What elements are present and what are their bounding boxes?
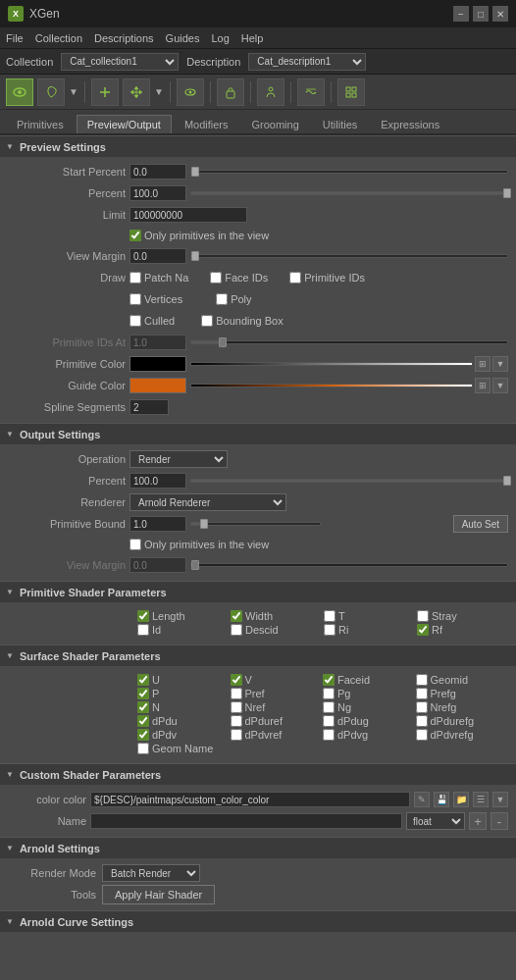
color-dropdown-icon[interactable]: ▼: [492, 792, 508, 807]
tab-modifiers[interactable]: Modifiers: [174, 115, 239, 133]
surf-u-cb[interactable]: [137, 674, 149, 686]
limit-input[interactable]: [129, 207, 247, 223]
surf-v-cb[interactable]: [231, 674, 242, 686]
eye-tool-btn[interactable]: [6, 78, 33, 106]
close-button[interactable]: ✕: [492, 6, 508, 22]
draw-faceids-checkbox[interactable]: [210, 272, 222, 284]
eye2-btn[interactable]: [177, 78, 204, 106]
auto-set-button[interactable]: Auto Set: [453, 515, 508, 533]
surf-nref-cb[interactable]: [231, 701, 242, 713]
view-margin-input[interactable]: [129, 248, 186, 264]
guide-color-swatch[interactable]: [129, 378, 186, 393]
arnold-curve-header[interactable]: ▼ Arnold Curve Settings: [0, 910, 516, 932]
surf-ng-cb[interactable]: [323, 701, 335, 713]
add-btn[interactable]: [91, 78, 119, 106]
surf-dpdv-cb[interactable]: [137, 729, 149, 741]
custom-type-select[interactable]: float: [406, 812, 465, 830]
primitive-bound-input[interactable]: [129, 516, 186, 532]
surface-shader-header[interactable]: ▼ Surface Shader Parameters: [0, 645, 516, 666]
color-list-icon[interactable]: ☰: [473, 792, 489, 807]
guide-color-slider[interactable]: [190, 384, 473, 387]
leaf-tool-btn[interactable]: [37, 78, 65, 106]
guide-color-menu-icon[interactable]: ▼: [492, 378, 508, 393]
surf-dpdu-cb[interactable]: [137, 715, 149, 727]
surf-pg-cb[interactable]: [323, 688, 335, 699]
tab-expressions[interactable]: Expressions: [370, 115, 450, 133]
menu-file[interactable]: File: [6, 32, 24, 44]
percent-slider[interactable]: [190, 191, 508, 195]
start-percent-input[interactable]: [129, 164, 186, 180]
menu-log[interactable]: Log: [211, 32, 229, 44]
draw-patchna-checkbox[interactable]: [129, 272, 141, 284]
draw-vertices-checkbox[interactable]: [129, 293, 141, 305]
menu-collection[interactable]: Collection: [35, 32, 82, 44]
person-btn[interactable]: [257, 78, 284, 106]
menu-help[interactable]: Help: [241, 32, 264, 44]
apply-hair-shader-button[interactable]: Apply Hair Shader: [102, 885, 215, 904]
guide-color-expand-icon[interactable]: ⊞: [475, 378, 490, 393]
operation-select[interactable]: Render: [129, 450, 228, 468]
prim-descid-checkbox[interactable]: [231, 624, 242, 636]
minimize-button[interactable]: −: [453, 6, 469, 22]
surf-dpduref-cb[interactable]: [231, 715, 242, 727]
start-percent-slider[interactable]: [190, 170, 508, 174]
prim-ri-checkbox[interactable]: [324, 624, 335, 636]
arnold-settings-header[interactable]: ▼ Arnold Settings: [0, 837, 516, 858]
surf-pref-cb[interactable]: [231, 688, 242, 699]
waves-btn[interactable]: [297, 78, 325, 106]
tab-utilities[interactable]: Utilities: [312, 115, 368, 133]
tab-grooming[interactable]: Grooming: [241, 115, 310, 133]
output-percent-input[interactable]: [129, 473, 186, 489]
renderer-select[interactable]: Arnold Renderer: [129, 493, 286, 511]
custom-shader-header[interactable]: ▼ Custom Shader Parameters: [0, 763, 516, 785]
output-only-primitives-checkbox[interactable]: [129, 539, 141, 550]
primitive-shader-header[interactable]: ▼ Primitive Shader Parameters: [0, 581, 516, 602]
output-view-margin-input[interactable]: [129, 557, 186, 573]
primitive-color-swatch[interactable]: [129, 356, 186, 372]
output-settings-header[interactable]: ▼ Output Settings: [0, 423, 516, 444]
draw-primitiveids-checkbox[interactable]: [289, 272, 301, 284]
primitive-ids-at-slider[interactable]: [190, 340, 508, 344]
move-btn[interactable]: [123, 78, 150, 106]
prim-width-checkbox[interactable]: [231, 610, 242, 622]
prim-rf-checkbox[interactable]: [417, 624, 429, 636]
draw-poly-checkbox[interactable]: [216, 293, 228, 305]
maximize-button[interactable]: □: [473, 6, 489, 22]
surf-p-cb[interactable]: [137, 688, 149, 699]
primitive-color-expand-icon[interactable]: ⊞: [475, 356, 490, 372]
draw-boundingbox-checkbox[interactable]: [201, 315, 213, 327]
output-percent-slider[interactable]: [190, 479, 508, 483]
lock-btn[interactable]: [217, 78, 244, 106]
surf-geomid-cb[interactable]: [416, 674, 428, 686]
move-dropdown-icon[interactable]: ▼: [154, 86, 164, 97]
prim-t-checkbox[interactable]: [324, 610, 335, 622]
color-color-input[interactable]: [90, 792, 410, 807]
custom-minus-button[interactable]: -: [490, 812, 508, 830]
grid-btn[interactable]: [337, 78, 365, 106]
prim-stray-checkbox[interactable]: [417, 610, 429, 622]
spline-segments-input[interactable]: [129, 399, 169, 415]
primitive-bound-slider[interactable]: [190, 522, 321, 526]
surf-geomname-cb[interactable]: [137, 743, 149, 754]
preview-settings-header[interactable]: ▼ Preview Settings: [0, 135, 516, 157]
collection-select[interactable]: Cat_collection1: [61, 53, 179, 71]
surf-dpdug-cb[interactable]: [323, 715, 335, 727]
draw-culled-checkbox[interactable]: [129, 315, 141, 327]
tab-preview-output[interactable]: Preview/Output: [77, 115, 172, 133]
description-select[interactable]: Cat_description1: [248, 53, 366, 71]
primitive-color-slider[interactable]: [190, 362, 473, 366]
only-primitives-checkbox[interactable]: [129, 230, 141, 241]
surf-dpdvref-cb[interactable]: [231, 729, 242, 741]
output-view-margin-slider[interactable]: [190, 563, 508, 567]
surf-dpdvrefg-cb[interactable]: [416, 729, 428, 741]
custom-name-input[interactable]: [90, 813, 402, 829]
custom-plus-button[interactable]: +: [469, 812, 487, 830]
menu-descriptions[interactable]: Descriptions: [94, 32, 154, 44]
primitive-color-menu-icon[interactable]: ▼: [492, 356, 508, 372]
surf-n-cb[interactable]: [137, 701, 149, 713]
color-pencil-icon[interactable]: ✎: [414, 792, 430, 807]
prim-length-checkbox[interactable]: [137, 610, 149, 622]
color-folder-icon[interactable]: 📁: [453, 792, 469, 807]
dropdown-arrow-icon[interactable]: ▼: [69, 86, 78, 97]
menu-guides[interactable]: Guides: [166, 32, 200, 44]
